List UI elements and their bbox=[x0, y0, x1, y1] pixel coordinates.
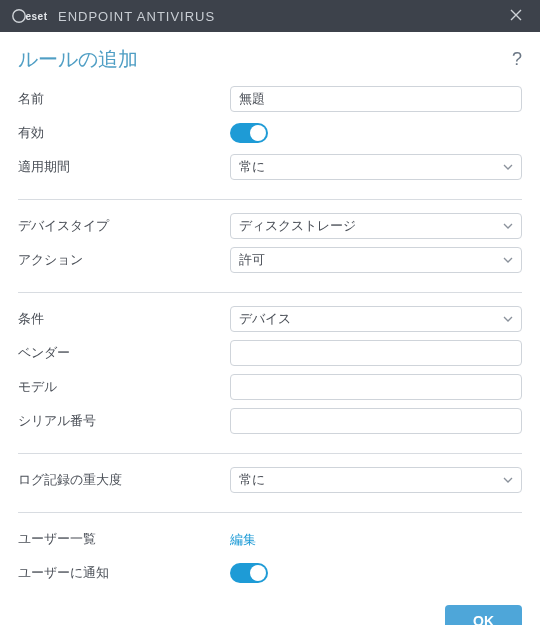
label-condition: 条件 bbox=[18, 311, 230, 328]
condition-select[interactable]: デバイス bbox=[230, 306, 522, 332]
eset-logo-icon: eset bbox=[12, 9, 54, 23]
divider bbox=[18, 453, 522, 454]
log-severity-select[interactable]: 常に bbox=[230, 467, 522, 493]
page-header: ルールの追加 ? bbox=[0, 32, 540, 83]
name-input[interactable] bbox=[230, 86, 522, 112]
label-serial: シリアル番号 bbox=[18, 413, 230, 430]
brand-logo: eset ENDPOINT ANTIVIRUS bbox=[12, 9, 215, 24]
label-device-type: デバイスタイプ bbox=[18, 218, 230, 235]
label-enabled: 有効 bbox=[18, 125, 230, 142]
ok-button[interactable]: OK bbox=[445, 605, 522, 625]
close-icon bbox=[510, 7, 522, 25]
label-vendor: ベンダー bbox=[18, 345, 230, 362]
window-close-button[interactable] bbox=[500, 0, 532, 32]
device-type-select[interactable]: ディスクストレージ bbox=[230, 213, 522, 239]
form: 名前 有効 適用期間 常に デバイスタイプ ディスクストレージ アクショ bbox=[0, 83, 540, 591]
period-select[interactable]: 常に bbox=[230, 154, 522, 180]
label-action: アクション bbox=[18, 252, 230, 269]
model-input[interactable] bbox=[230, 374, 522, 400]
serial-input[interactable] bbox=[230, 408, 522, 434]
help-icon: ? bbox=[512, 49, 522, 69]
notify-user-toggle[interactable] bbox=[230, 563, 268, 583]
divider bbox=[18, 199, 522, 200]
action-select[interactable]: 許可 bbox=[230, 247, 522, 273]
divider bbox=[18, 292, 522, 293]
label-notify-user: ユーザーに通知 bbox=[18, 565, 230, 582]
vendor-input[interactable] bbox=[230, 340, 522, 366]
enabled-toggle[interactable] bbox=[230, 123, 268, 143]
edit-user-list-link[interactable]: 編集 bbox=[230, 532, 256, 547]
log-severity-value: 常に bbox=[239, 471, 503, 489]
titlebar: eset ENDPOINT ANTIVIRUS bbox=[0, 0, 540, 32]
page-title: ルールの追加 bbox=[18, 46, 512, 73]
label-log-severity: ログ記録の重大度 bbox=[18, 472, 230, 489]
chevron-down-icon bbox=[503, 477, 513, 483]
action-value: 許可 bbox=[239, 251, 503, 269]
chevron-down-icon bbox=[503, 316, 513, 322]
label-model: モデル bbox=[18, 379, 230, 396]
chevron-down-icon bbox=[503, 257, 513, 263]
divider bbox=[18, 512, 522, 513]
condition-value: デバイス bbox=[239, 310, 503, 328]
chevron-down-icon bbox=[503, 164, 513, 170]
footer: OK bbox=[0, 591, 540, 625]
device-type-value: ディスクストレージ bbox=[239, 217, 503, 235]
help-button[interactable]: ? bbox=[512, 49, 522, 70]
product-name: ENDPOINT ANTIVIRUS bbox=[58, 9, 215, 24]
svg-text:eset: eset bbox=[26, 11, 48, 22]
label-user-list: ユーザー一覧 bbox=[18, 531, 230, 548]
label-name: 名前 bbox=[18, 91, 230, 108]
period-value: 常に bbox=[239, 158, 503, 176]
label-period: 適用期間 bbox=[18, 159, 230, 176]
svg-point-0 bbox=[13, 10, 25, 22]
chevron-down-icon bbox=[503, 223, 513, 229]
